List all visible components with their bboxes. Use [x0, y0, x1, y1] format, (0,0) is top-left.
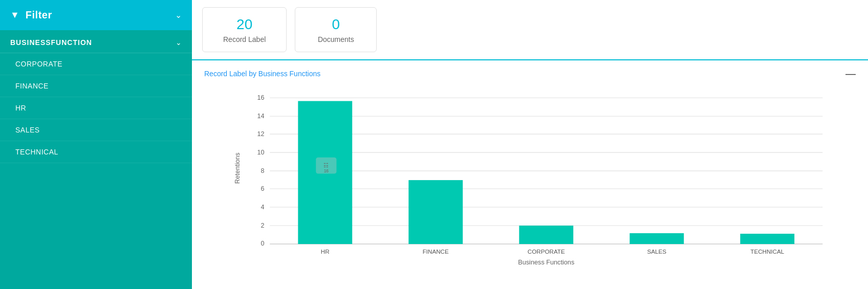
stats-row: 20 Record Label 0 Documents	[192, 0, 868, 60]
sidebar-item-finance[interactable]: FINANCE	[0, 75, 192, 97]
minimize-button[interactable]: —	[845, 69, 856, 79]
filter-items-list: CORPORATE FINANCE HR SALES TECHNICAL	[0, 53, 192, 163]
svg-text:14: 14	[257, 113, 265, 120]
svg-text:8: 8	[261, 167, 265, 174]
documents-card: 0 Documents	[295, 7, 377, 52]
chart-title-prefix: Record Label by	[204, 70, 256, 78]
record-label-text: Record Label	[223, 35, 266, 43]
sidebar-item-hr[interactable]: HR	[0, 97, 192, 119]
filter-section: BUSINESSFUNCTION ⌄ CORPORATE FINANCE HR …	[0, 30, 192, 163]
bar-finance	[408, 180, 463, 244]
svg-text:10: 10	[257, 149, 265, 156]
svg-text:TECHNICAL: TECHNICAL	[750, 248, 784, 255]
documents-count: 0	[316, 16, 356, 33]
chart-title: Record Label by Business Functions	[204, 70, 320, 78]
svg-text:SALES: SALES	[647, 248, 667, 255]
svg-text:16: 16	[257, 94, 265, 101]
chart-header: Record Label by Business Functions —	[204, 69, 856, 79]
svg-text:16: 16	[324, 168, 329, 173]
main-content: 20 Record Label 0 Documents Record Label…	[192, 0, 868, 289]
documents-text: Documents	[316, 35, 356, 43]
chart-area: Record Label by Business Functions —	[192, 60, 868, 289]
svg-text:12: 12	[257, 130, 265, 138]
svg-text:Business Functions: Business Functions	[518, 259, 574, 266]
section-chevron-icon: ⌄	[176, 38, 182, 47]
svg-text:FINANCE: FINANCE	[423, 248, 449, 255]
svg-text:6: 6	[261, 185, 265, 192]
svg-text:Retentions: Retentions	[234, 152, 241, 184]
svg-text:☷: ☷	[323, 162, 329, 168]
record-label-card: 20 Record Label	[202, 7, 287, 52]
chevron-down-icon: ⌄	[175, 10, 182, 20]
svg-text:0: 0	[261, 240, 265, 247]
bar-corporate	[519, 226, 573, 244]
record-label-count: 20	[223, 16, 266, 33]
filter-header[interactable]: ▼ Filter ⌄	[0, 0, 192, 30]
section-title: BUSINESSFUNCTION	[10, 38, 92, 47]
section-header[interactable]: BUSINESSFUNCTION ⌄	[0, 30, 192, 53]
filter-label: Filter	[26, 9, 52, 21]
svg-text:CORPORATE: CORPORATE	[528, 248, 565, 255]
bar-sales	[630, 233, 684, 243]
sidebar: ▼ Filter ⌄ BUSINESSFUNCTION ⌄ CORPORATE …	[0, 0, 192, 289]
svg-text:2: 2	[261, 222, 265, 229]
sidebar-item-sales[interactable]: SALES	[0, 119, 192, 141]
svg-text:4: 4	[261, 204, 265, 211]
svg-text:HR: HR	[321, 248, 330, 255]
filter-icon: ▼	[10, 10, 19, 20]
bar-technical	[740, 234, 794, 244]
filter-header-left: ▼ Filter	[10, 9, 52, 21]
sidebar-item-corporate[interactable]: CORPORATE	[0, 53, 192, 75]
sidebar-item-technical[interactable]: TECHNICAL	[0, 141, 192, 163]
chart-container: 16 14 12 10 8 6 4 2 0 Retentions ☷	[204, 87, 856, 271]
chart-title-link: Business Functions	[258, 70, 320, 78]
bar-chart: 16 14 12 10 8 6 4 2 0 Retentions ☷	[204, 87, 856, 271]
